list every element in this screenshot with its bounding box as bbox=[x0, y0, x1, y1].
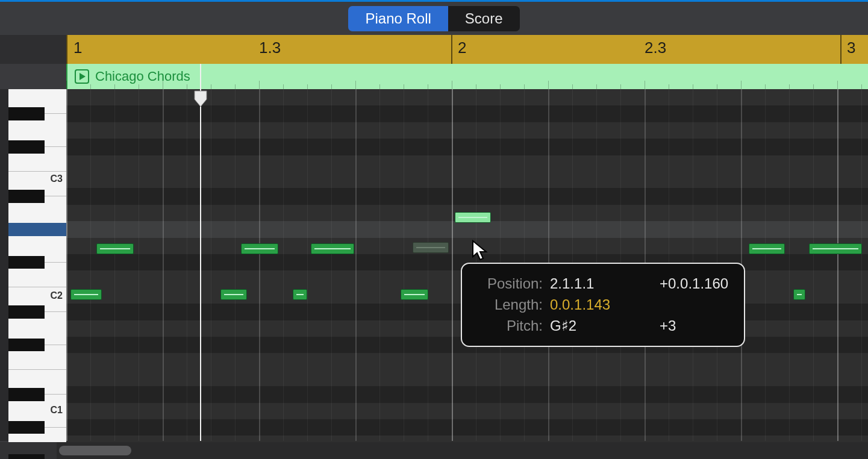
black-key[interactable] bbox=[8, 140, 45, 153]
tab-score[interactable]: Score bbox=[448, 6, 520, 31]
ruler-tick bbox=[840, 35, 841, 64]
midi-note[interactable] bbox=[809, 243, 862, 254]
grid-line bbox=[163, 89, 164, 441]
grid-line bbox=[861, 89, 862, 441]
tooltip-position-delta: +0.0.1.160 bbox=[660, 273, 728, 295]
tooltip-length-value: 0.0.1.143 bbox=[550, 295, 622, 316]
ruler-label: 2 bbox=[458, 39, 466, 57]
timeline-ruler[interactable]: 1 1.3 2 2.3 3 bbox=[66, 35, 868, 64]
region-name: Chicago Chords bbox=[95, 69, 190, 84]
black-key[interactable] bbox=[8, 190, 45, 202]
region-header[interactable]: Chicago Chords bbox=[66, 64, 868, 89]
tooltip-length-label: Length: bbox=[478, 295, 543, 316]
grid-line bbox=[283, 89, 284, 441]
ruler-label: 1.3 bbox=[259, 39, 281, 57]
ruler-label: 1 bbox=[73, 39, 82, 57]
editor-area: 1 1.3 2 2.3 3 Chicago Chords C3C2C1 Posi… bbox=[0, 35, 868, 459]
midi-note[interactable] bbox=[70, 289, 102, 300]
grid-line bbox=[404, 89, 404, 441]
tab-piano-roll[interactable]: Piano Roll bbox=[348, 6, 448, 31]
grid-line bbox=[307, 89, 308, 441]
black-key[interactable] bbox=[8, 388, 45, 401]
black-key[interactable] bbox=[8, 305, 45, 318]
grid-line bbox=[355, 89, 357, 441]
grid-line bbox=[789, 89, 790, 441]
grid-line bbox=[259, 89, 260, 441]
ruler-tick bbox=[451, 35, 452, 64]
ruler-label: 2.3 bbox=[645, 39, 666, 57]
midi-note[interactable] bbox=[413, 242, 449, 253]
tooltip-pitch-delta: +3 bbox=[660, 316, 676, 337]
top-toolbar: Piano Roll Score bbox=[0, 0, 868, 35]
play-icon[interactable] bbox=[75, 69, 89, 84]
black-key[interactable] bbox=[8, 421, 45, 434]
grid-line bbox=[187, 89, 187, 441]
black-key[interactable] bbox=[8, 339, 45, 351]
black-key[interactable] bbox=[8, 107, 45, 120]
midi-note[interactable] bbox=[311, 243, 354, 254]
keyboard-left-strip bbox=[0, 89, 8, 441]
black-key[interactable] bbox=[8, 454, 45, 459]
midi-note[interactable] bbox=[293, 289, 307, 300]
grid-line bbox=[235, 89, 236, 441]
midi-note[interactable] bbox=[96, 243, 134, 254]
grid-line bbox=[765, 89, 766, 441]
midi-note[interactable] bbox=[749, 243, 785, 254]
grid-line bbox=[139, 89, 139, 441]
horizontal-scrollbar[interactable] bbox=[57, 442, 868, 459]
note-tooltip: Position: 2.1.1.1 +0.0.1.160 Length: 0.0… bbox=[461, 263, 745, 347]
midi-note[interactable] bbox=[793, 289, 805, 300]
ruler-left-gap bbox=[0, 35, 66, 64]
tooltip-pitch-value: G♯2 bbox=[550, 316, 622, 337]
piano-keyboard[interactable]: C3C2C1 bbox=[0, 89, 66, 441]
midi-note[interactable] bbox=[241, 243, 278, 254]
horizontal-scroll-thumb[interactable] bbox=[59, 446, 131, 455]
grid-line bbox=[211, 89, 211, 441]
grid-line bbox=[452, 89, 453, 441]
ruler-tick bbox=[66, 35, 67, 64]
grid-line bbox=[66, 89, 67, 441]
grid-line bbox=[428, 89, 428, 441]
tooltip-pitch-label: Pitch: bbox=[478, 316, 543, 337]
midi-note[interactable] bbox=[220, 289, 247, 300]
midi-note[interactable] bbox=[401, 289, 428, 300]
grid-line bbox=[331, 89, 332, 441]
editor-tab-group: Piano Roll Score bbox=[348, 6, 519, 31]
grid-line bbox=[379, 89, 380, 441]
playhead-marker-icon[interactable] bbox=[193, 90, 208, 108]
grid-line bbox=[114, 89, 115, 441]
grid-line bbox=[813, 89, 814, 441]
black-key[interactable] bbox=[8, 256, 45, 269]
grid-line bbox=[90, 89, 91, 441]
midi-note[interactable] bbox=[455, 212, 491, 223]
ruler-label: 3 bbox=[847, 39, 855, 57]
playhead[interactable] bbox=[200, 64, 201, 441]
tooltip-position-value: 2.1.1.1 bbox=[550, 273, 622, 295]
key-label: C1 bbox=[51, 405, 63, 440]
grid-line bbox=[837, 89, 838, 441]
tooltip-position-label: Position: bbox=[478, 273, 543, 295]
